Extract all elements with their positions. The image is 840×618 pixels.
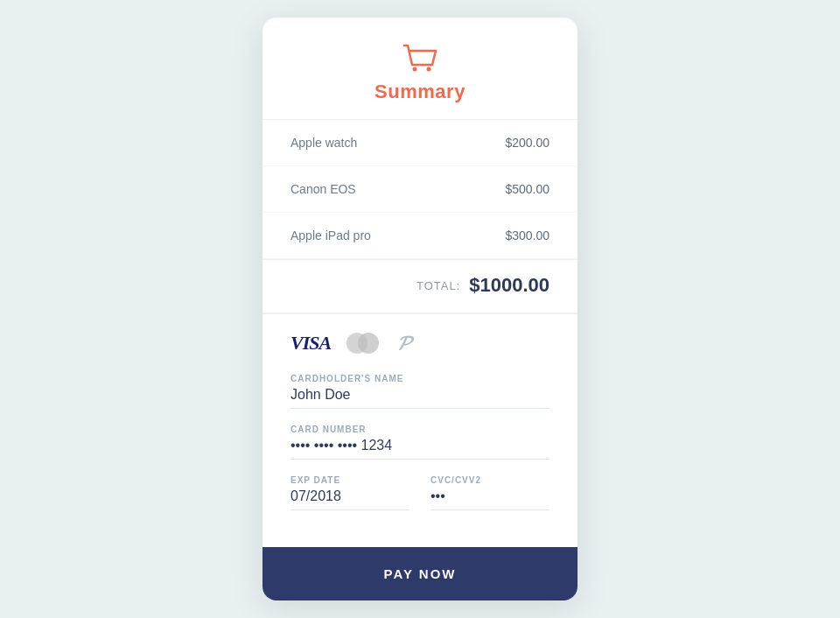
exp-label: EXP DATE	[290, 475, 410, 485]
item-price: $300.00	[505, 228, 550, 242]
payment-methods: VISA 𝓟	[290, 332, 550, 355]
cvv-field-group: CVC/CVV2 •••	[430, 475, 550, 510]
exp-value[interactable]: 07/2018	[290, 488, 410, 510]
checkout-card: Summary Apple watch $200.00 Canon EOS $5…	[262, 18, 578, 600]
card-header: Summary	[262, 18, 578, 120]
item-name: Canon EOS	[290, 182, 356, 196]
payment-section: VISA 𝓟 CARDHOLDER'S NAME John Doe CARD N…	[262, 313, 578, 547]
pay-now-button[interactable]: PAY NOW	[262, 547, 578, 600]
svg-point-0	[413, 67, 417, 72]
item-name: Apple watch	[290, 136, 357, 150]
item-price: $200.00	[505, 136, 550, 150]
items-section: Apple watch $200.00 Canon EOS $500.00 Ap…	[262, 120, 578, 313]
paypal-logo[interactable]: 𝓟	[397, 332, 410, 355]
card-number-field-group: CARD NUMBER •••• •••• •••• 1234	[290, 425, 550, 460]
mastercard-logo[interactable]	[346, 332, 382, 355]
total-amount: $1000.00	[469, 274, 550, 297]
visa-logo[interactable]: VISA	[290, 332, 331, 355]
total-label: TOTAL:	[416, 279, 460, 292]
total-row: TOTAL: $1000.00	[262, 259, 578, 313]
exp-field-group: EXP DATE 07/2018	[290, 475, 410, 510]
cardholder-value[interactable]: John Doe	[290, 387, 550, 409]
item-name: Apple iPad pro	[290, 228, 371, 242]
cvv-value[interactable]: •••	[430, 488, 550, 510]
svg-point-1	[427, 67, 431, 72]
item-row: Canon EOS $500.00	[262, 166, 578, 213]
cart-icon	[401, 42, 439, 75]
card-number-label: CARD NUMBER	[290, 425, 550, 434]
mc-circle-right	[358, 333, 379, 354]
item-row: Apple watch $200.00	[262, 120, 578, 166]
cardholder-label: CARDHOLDER'S NAME	[290, 374, 550, 383]
item-row: Apple iPad pro $300.00	[262, 213, 578, 259]
item-price: $500.00	[505, 182, 550, 196]
exp-cvv-row: EXP DATE 07/2018 CVC/CVV2 •••	[290, 475, 550, 526]
card-number-value[interactable]: •••• •••• •••• 1234	[290, 438, 550, 460]
cvv-label: CVC/CVV2	[430, 475, 550, 485]
cardholder-field-group: CARDHOLDER'S NAME John Doe	[290, 374, 550, 409]
page-title: Summary	[374, 81, 466, 103]
